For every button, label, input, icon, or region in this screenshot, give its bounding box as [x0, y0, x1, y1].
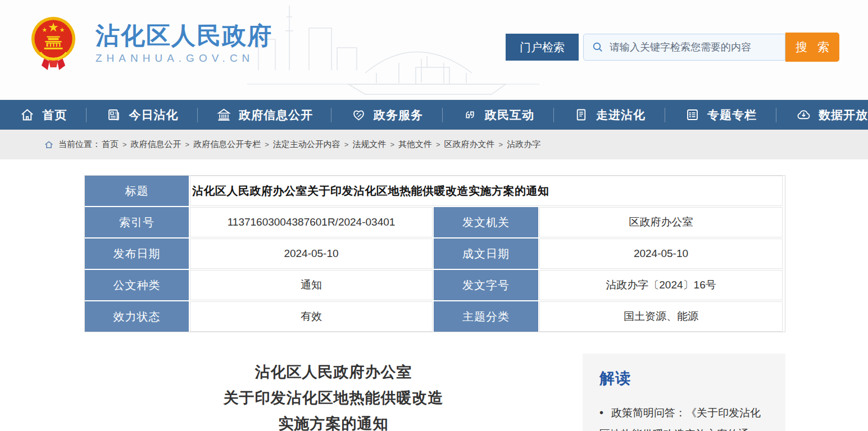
page: 沾化区人民政府 ZHANHUA.GOV.CN 门户检索 搜 索 首页: [0, 0, 868, 431]
meta-label-subject-category: 主题分类: [434, 301, 538, 332]
breadcrumb-link-gov-info-column[interactable]: 政府信息公开专栏: [193, 139, 273, 150]
nav-item-into-zhanhua[interactable]: 走进沾化: [554, 100, 665, 130]
site-domain: ZHANHUA.GOV.CN: [96, 52, 272, 65]
meta-label-title: 标题: [85, 176, 189, 206]
breadcrumb-current: 沾政办字: [507, 139, 540, 150]
government-building-icon: [216, 107, 231, 122]
site-name: 沾化区人民政府: [96, 22, 272, 49]
meta-value-validity-status: 有效: [190, 301, 433, 332]
document-title-line: 关于印发沾化区地热能供暖改造: [84, 385, 583, 411]
chat-quotes-icon: [462, 107, 478, 122]
cloud-download-icon: [796, 107, 811, 122]
meta-label-issuing-agency: 发文机关: [434, 207, 538, 237]
meta-value-title: 沾化区人民政府办公室关于印发沾化区地热能供暖改造实施方案的通知: [190, 176, 783, 206]
nav-label: 政民互动: [485, 107, 534, 123]
search-submit-button[interactable]: 搜 索: [785, 33, 839, 62]
breadcrumb-home-icon: [44, 140, 54, 150]
meta-label-written-date: 成文日期: [434, 239, 538, 269]
newspaper-icon: [106, 107, 121, 122]
brand-text: 沾化区人民政府 ZHANHUA.GOV.CN: [96, 22, 272, 65]
nav-label: 政府信息公开: [239, 107, 313, 123]
search-box: [583, 34, 785, 61]
meta-value-issuing-agency: 区政府办公室: [539, 207, 783, 237]
site-header: 沾化区人民政府 ZHANHUA.GOV.CN 门户检索 搜 索: [0, 0, 868, 100]
interpretation-heading: 解读: [599, 368, 769, 388]
meta-label-index-number: 索引号: [85, 207, 189, 237]
nav-item-home[interactable]: 首页: [0, 100, 87, 130]
search-input[interactable]: [583, 34, 785, 61]
document-title: 沾化区人民政府办公室 关于印发沾化区地热能供暖改造 实施方案的通知: [84, 354, 583, 431]
meta-value-subject-category: 国土资源、能源: [539, 301, 783, 332]
handshake-heart-icon: [351, 107, 366, 122]
site-logo-brand[interactable]: 沾化区人民政府 ZHANHUA.GOV.CN: [29, 15, 272, 72]
list-icon: [685, 107, 700, 122]
nav-label: 专题专栏: [707, 107, 757, 123]
meta-value-written-date: 2024-05-10: [539, 239, 783, 269]
national-emblem-logo: [29, 15, 78, 72]
meta-value-document-type: 通知: [190, 270, 433, 300]
nav-label: 走进沾化: [596, 107, 646, 123]
meta-label-validity-status: 效力状态: [85, 301, 189, 332]
nav-item-gov-services[interactable]: 政务服务: [331, 100, 443, 130]
breadcrumb-link-regulations[interactable]: 法规文件: [352, 139, 398, 150]
nav-item-today-zhanhua[interactable]: 今日沾化: [87, 100, 198, 130]
breadcrumb: 当前位置： 首页 政府信息公开 政府信息公开专栏 法定主动公开内容 法规文件 其…: [0, 130, 868, 159]
meta-label-document-type: 公文种类: [85, 270, 189, 300]
nav-label: 政务服务: [374, 107, 423, 123]
breadcrumb-link-statutory-disclosure[interactable]: 法定主动公开内容: [273, 139, 353, 150]
search-icon: [591, 40, 605, 54]
meta-value-publish-date: 2024-05-10: [190, 239, 433, 269]
nav-item-gov-info-disclosure[interactable]: 政府信息公开: [198, 100, 331, 130]
interpretation-link[interactable]: 政策简明问答：《关于印发沾化区地热能供暖改造实施方案的通知》解读: [599, 402, 769, 431]
nav-item-special-topics[interactable]: 专题专栏: [665, 100, 776, 130]
meta-value-index-number: 11371603004387601R/2024-03401: [190, 207, 433, 237]
bottom-section: 沾化区人民政府办公室 关于印发沾化区地热能供暖改造 实施方案的通知 解读 政策简…: [84, 354, 785, 431]
breadcrumb-link-home[interactable]: 首页: [102, 139, 131, 150]
search-zone: 门户检索 搜 索: [506, 33, 839, 62]
document-title-line: 沾化区人民政府办公室: [84, 359, 583, 385]
nav-label: 首页: [42, 107, 67, 123]
document-icon: [574, 107, 589, 122]
breadcrumb-prefix: 当前位置：: [58, 139, 101, 150]
breadcrumb-link-gov-info[interactable]: 政府信息公开: [131, 139, 194, 150]
breadcrumb-link-district-office-files[interactable]: 区政府办文件: [444, 139, 507, 150]
main-content: 标题 沾化区人民政府办公室关于印发沾化区地热能供暖改造实施方案的通知 索引号 1…: [84, 175, 785, 431]
nav-label: 数据开放: [819, 107, 868, 123]
breadcrumb-link-other-files[interactable]: 其他文件: [398, 139, 444, 150]
header-cityscape-sketch: [247, 0, 539, 100]
meta-label-document-number: 发文字号: [434, 270, 538, 300]
main-nav: 首页 今日沾化 政府信息公开 政务服务 政民互动 走进沾化: [0, 100, 868, 130]
document-metadata-table: 标题 沾化区人民政府办公室关于印发沾化区地热能供暖改造实施方案的通知 索引号 1…: [84, 175, 785, 332]
portal-search-button[interactable]: 门户检索: [506, 34, 579, 61]
meta-value-document-number: 沾政办字〔2024〕16号: [539, 270, 783, 300]
nav-item-public-interaction[interactable]: 政民互动: [443, 100, 554, 130]
home-icon: [20, 107, 35, 122]
nav-item-open-data[interactable]: 数据开放: [776, 100, 868, 130]
document-title-line: 实施方案的通知: [84, 411, 583, 431]
meta-label-publish-date: 发布日期: [85, 239, 189, 269]
nav-label: 今日沾化: [129, 107, 178, 123]
interpretation-panel: 解读 政策简明问答：《关于印发沾化区地热能供暖改造实施方案的通知》解读: [583, 354, 785, 431]
